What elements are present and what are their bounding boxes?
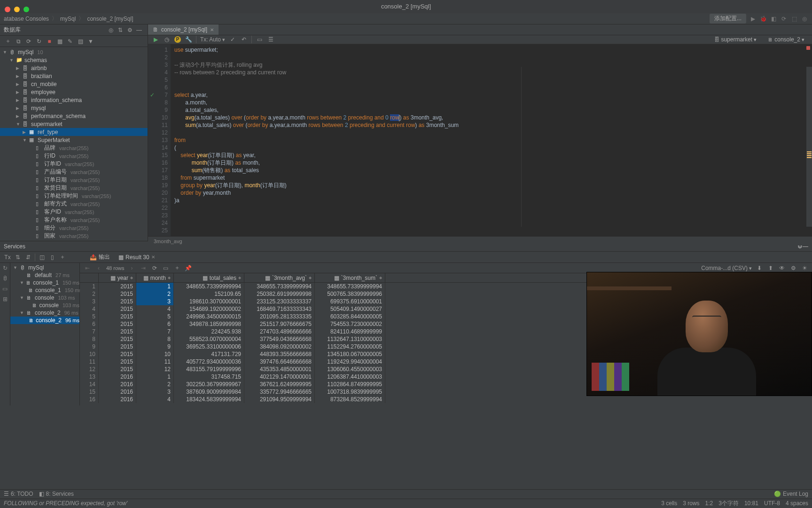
rollback-icon[interactable]: ↶ <box>240 36 248 43</box>
svc-item[interactable]: ▼🗎console103 ms <box>10 294 79 302</box>
reload-icon[interactable]: ⟳ <box>151 265 158 271</box>
indent[interactable]: 4 spaces <box>786 500 808 507</box>
column-item[interactable]: ▯邮寄方式varchar(255) <box>0 200 148 208</box>
prev-page-icon[interactable]: ‹ <box>95 265 102 271</box>
hide-icon[interactable]: — <box>134 27 144 33</box>
result-tab[interactable]: ▦Result 30✕ <box>116 253 158 262</box>
filter-icon[interactable]: ⇵ <box>24 254 32 261</box>
wrench-icon[interactable]: 🔧 <box>185 36 192 43</box>
svc-child[interactable]: 🗎console103 ms <box>10 302 79 309</box>
svc-item[interactable]: 🗎default27 ms <box>10 271 79 279</box>
settings-icon[interactable]: ⚙ <box>789 265 797 271</box>
tree-icon[interactable]: ⇅ <box>14 254 22 261</box>
schema-item[interactable]: ▶🗄airbnb <box>0 64 148 72</box>
commit-icon[interactable]: ✓ <box>229 36 236 43</box>
next-page-icon[interactable]: › <box>128 265 136 271</box>
column-item[interactable]: ▯国家varchar(255) <box>0 232 148 240</box>
column-item[interactable]: ▯客户IDvarchar(255) <box>0 208 148 216</box>
caret-position[interactable]: 10:81 <box>744 500 758 507</box>
breadcrumb-b[interactable]: mySql <box>60 16 76 22</box>
schema-item[interactable]: ▶🗄information_schema <box>0 96 148 104</box>
svc-item[interactable]: ▼🗎console_296 ms <box>10 309 79 317</box>
gutter[interactable]: 123456 789101112 131415161718 1920212223… <box>148 44 171 236</box>
breadcrumb-a[interactable]: atabase Consoles <box>4 16 49 22</box>
export-format[interactable]: Comma-...d (CSV) ▾ <box>701 265 752 271</box>
coverage-icon[interactable]: ◧ <box>770 16 777 22</box>
tx-mode[interactable]: Tx: Auto ▾ <box>200 36 225 43</box>
add-row-icon[interactable]: ＋ <box>173 264 181 272</box>
services-tree[interactable]: ▼🛢mySql 🗎default27 ms▼🗎console_1150 ms🗎c… <box>10 263 80 405</box>
pin-icon[interactable]: 📌 <box>185 265 192 271</box>
file-tab[interactable]: 🗎 console_2 [mySql] ✕ <box>148 24 219 35</box>
execute-icon[interactable]: ▶ <box>152 36 159 43</box>
table-row[interactable]: 1620164183424.58399999994291094.95099999… <box>80 396 812 403</box>
todo-toolwindow[interactable]: ☰ 6: TODO <box>4 491 33 497</box>
clock-icon[interactable]: ◷ <box>163 36 171 43</box>
stop-icon[interactable]: ■ <box>45 38 54 45</box>
download-icon[interactable]: ⬇ <box>756 265 763 271</box>
svc-child[interactable]: 🗎console_296 ms <box>10 317 79 324</box>
code-body[interactable]: use supermarket; -- 滚动3个月平均值计算, rolling … <box>171 44 812 236</box>
first-page-icon[interactable]: ⇤ <box>84 265 91 271</box>
cols-icon[interactable]: ☰ <box>267 36 274 43</box>
target-icon[interactable]: ◎ <box>106 27 116 33</box>
search-icon[interactable]: ◎ <box>801 16 808 22</box>
breadcrumb-c[interactable]: console_2 [mySql] <box>87 16 133 22</box>
add-icon[interactable]: ＋ <box>4 37 12 45</box>
cancel-icon[interactable]: ▭ <box>256 36 263 43</box>
datasource-schema[interactable]: 🗄 supermarket ▾ <box>710 35 760 44</box>
column-item[interactable]: ▯客户名称varchar(255) <box>0 216 148 224</box>
column-item[interactable]: ▯行IDvarchar(255) <box>0 152 148 160</box>
services-toolwindow[interactable]: ◧ 8: Services <box>39 491 74 497</box>
vcs-icon[interactable]: ⬚ <box>790 16 798 22</box>
debug-icon[interactable]: 🐞 <box>759 16 767 22</box>
refresh-icon[interactable]: ⟳ <box>24 38 33 45</box>
svc-item[interactable]: ▼🗎console_1150 ms <box>10 279 79 286</box>
expand-icon[interactable]: ⇅ <box>116 27 125 33</box>
sync-icon[interactable]: ↻ <box>35 38 43 45</box>
error-stripe[interactable] <box>806 46 810 50</box>
column-item[interactable]: ▯产品编号varchar(255) <box>0 168 148 176</box>
event-log[interactable]: 🟢 Event Log <box>774 491 808 497</box>
output-tab[interactable]: 📤输出 <box>87 252 113 262</box>
schema-item[interactable]: ▶🗄mysql <box>0 104 148 112</box>
add-icon[interactable]: ＋ <box>59 253 66 261</box>
run-config-dropdown[interactable]: 添加配置... <box>710 14 746 24</box>
column-item[interactable]: ▯细分varchar(255) <box>0 224 148 232</box>
table-icon[interactable]: ▦ <box>55 38 64 45</box>
edit-icon[interactable]: ✎ <box>66 38 74 45</box>
editor-breadcrumb[interactable]: 3month_avg <box>148 236 812 246</box>
database-tree[interactable]: ▼🛢mySql10 ▼📁schemas ▶🗄airbnb▶🗄brazilian▶… <box>0 47 148 241</box>
close-tab-icon[interactable]: ✕ <box>210 27 214 32</box>
ddl-icon[interactable]: ▤ <box>76 38 85 45</box>
column-item[interactable]: ▯订单日期varchar(255) <box>0 176 148 184</box>
datasource-session[interactable]: 🗎 console_2 ▾ <box>764 35 808 44</box>
copy-icon[interactable]: ⧉ <box>14 38 23 45</box>
output-icon[interactable]: ▭ <box>2 286 8 292</box>
rerun-icon[interactable]: ↻ <box>3 265 8 271</box>
view-icon[interactable]: 👁 <box>778 265 786 271</box>
schema-item[interactable]: ▶🗄brazilian <box>0 72 148 80</box>
column-item[interactable]: ▯订单处理时间varchar(255) <box>0 192 148 200</box>
last-page-icon[interactable]: ⇥ <box>140 265 147 271</box>
plan-icon[interactable]: P <box>174 36 181 43</box>
table-ref-type[interactable]: ▶▦ref_type <box>0 128 148 136</box>
column-item[interactable]: ▯省/自治区varchar(255) <box>0 240 148 241</box>
schema-item[interactable]: ▶🗄performance_schema <box>0 112 148 120</box>
column-item[interactable]: ▯发货日期varchar(255) <box>0 184 148 192</box>
run-icon[interactable]: ▶ <box>749 16 757 22</box>
schema-item[interactable]: ▶🗄employee <box>0 88 148 96</box>
column-item[interactable]: ▯品牌varchar(255) <box>0 144 148 152</box>
transpose-icon[interactable]: ☀ <box>801 265 808 271</box>
filter-icon[interactable]: ▼ <box>86 38 95 45</box>
group-icon[interactable]: ◫ <box>38 254 46 261</box>
layout-icon[interactable]: ▯ <box>48 254 56 261</box>
schema-item[interactable]: ▶🗄cn_mobile <box>0 80 148 88</box>
upload-icon[interactable]: ⬆ <box>767 265 774 271</box>
db-icon[interactable]: 🛢 <box>2 275 8 282</box>
cancel-icon[interactable]: ▭ <box>162 265 170 271</box>
stop-icon[interactable]: ⟳ <box>780 16 788 22</box>
column-item[interactable]: ▯订单IDvarchar(255) <box>0 160 148 168</box>
layout-icon[interactable]: ⊞ <box>3 296 8 302</box>
svc-child[interactable]: 🗎console_1150 ms <box>10 286 79 294</box>
